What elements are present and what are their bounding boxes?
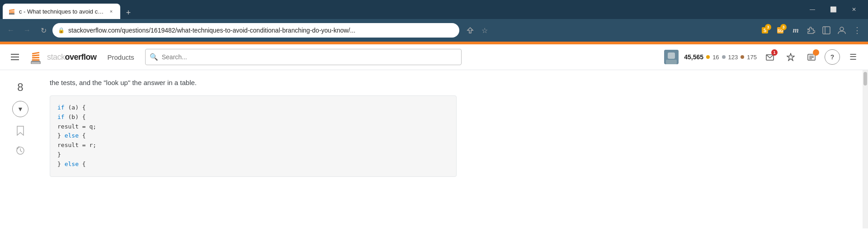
search-input[interactable] [145, 49, 462, 65]
bronze-dot [741, 55, 744, 59]
svg-rect-20 [32, 59, 39, 61]
help-button[interactable]: ? [825, 49, 840, 65]
profile-button[interactable] [835, 23, 849, 38]
svg-point-11 [840, 27, 844, 31]
maximize-button[interactable]: ⬜ [823, 2, 844, 17]
history-button[interactable] [14, 144, 27, 157]
active-tab[interactable]: c - What techniques to avoid co... × [3, 4, 120, 19]
svg-rect-1 [9, 10, 14, 12]
extension1-button[interactable]: S 3 [758, 23, 772, 38]
code-line-4: } else { [57, 131, 449, 141]
code-line-5: result = r; [57, 141, 449, 150]
new-tab-button[interactable]: + [122, 6, 135, 19]
address-bar: ← → ↻ 🔒 stackoverflow.com/questions/1619… [0, 19, 868, 42]
user-reputation[interactable]: 45,565 16 123 175 [684, 53, 757, 61]
close-window-button[interactable]: ✕ [844, 2, 864, 17]
silver-dot [722, 55, 726, 59]
search-icon: 🔍 [150, 53, 158, 61]
toolbar-icons: S 3 SO 3 m [758, 23, 864, 38]
gold-dot [706, 55, 710, 59]
extension2-button[interactable]: SO 3 [773, 23, 788, 38]
products-link[interactable]: Products [104, 52, 138, 63]
bookmark-button[interactable] [14, 124, 27, 137]
search-wrapper: 🔍 [145, 49, 462, 65]
tab-favicon [8, 8, 15, 15]
back-button[interactable]: ← [4, 23, 18, 38]
svg-rect-25 [666, 60, 677, 64]
code-line-7: } else { [57, 160, 449, 169]
svg-rect-17 [32, 52, 39, 55]
window-controls: — ⬜ ✕ [798, 0, 868, 19]
svg-rect-18 [32, 54, 39, 57]
vote-down-button[interactable]: ▼ [12, 101, 28, 117]
reload-button[interactable]: ↻ [36, 23, 51, 38]
so-logo-icon [30, 49, 43, 65]
so-header: stackoverflow Products 🔍 45,565 16 123 1… [0, 43, 868, 70]
user-area: 45,565 16 123 175 1 [664, 49, 861, 65]
silver-count: 123 [728, 54, 738, 61]
address-url: stackoverflow.com/questions/1619482/what… [68, 27, 355, 34]
scrollbar-thumb[interactable] [863, 72, 867, 86]
svg-rect-16 [32, 62, 40, 63]
code-line-3: result = q; [57, 122, 449, 132]
svg-rect-0 [9, 12, 14, 14]
svg-rect-24 [668, 52, 675, 59]
review-badge [813, 49, 819, 56]
address-input-wrapper[interactable]: 🔒 stackoverflow.com/questions/1619482/wh… [52, 23, 459, 38]
tab-close-button[interactable]: × [108, 8, 115, 15]
vote-count: 8 [17, 77, 23, 94]
extension1-badge: 3 [765, 24, 771, 30]
sidebar-icon [822, 26, 830, 34]
extension2-badge: 3 [780, 24, 787, 30]
browser-menu-button[interactable]: ⋮ [850, 23, 864, 38]
svg-rect-3 [9, 13, 14, 14]
code-block: if (a) { if (b) { result = q; } else { r… [50, 95, 457, 177]
content-area: the tests, and the "look up" the answer … [41, 70, 863, 228]
scrollbar[interactable] [863, 70, 868, 228]
achievements-button[interactable] [783, 49, 798, 65]
reputation-value: 45,565 [684, 53, 703, 61]
svg-rect-4 [9, 14, 14, 14]
svg-rect-19 [32, 57, 39, 59]
puzzle-icon [807, 26, 815, 34]
avatar[interactable] [664, 50, 679, 64]
code-line-1: if (a) { [57, 103, 449, 113]
inbox-button[interactable]: 1 [762, 49, 778, 65]
forward-button[interactable]: → [20, 23, 34, 38]
bronze-count: 175 [747, 54, 757, 61]
address-actions: ☆ [464, 24, 491, 37]
code-line-6: } [57, 150, 449, 160]
main-content: 8 ▼ the tests, and the "look up" the ans… [0, 70, 868, 228]
lock-icon: 🔒 [58, 27, 65, 33]
left-sidebar: 8 ▼ [0, 70, 41, 228]
share-icon [467, 27, 474, 34]
bookmark-icon [16, 126, 24, 136]
so-logo[interactable]: stackoverflow [30, 49, 97, 65]
share-button[interactable] [464, 24, 476, 37]
svg-marker-27 [787, 53, 794, 61]
so-logo-text: stackoverflow [47, 52, 97, 62]
achievements-icon [787, 53, 795, 61]
monospace-button[interactable]: m [788, 23, 803, 38]
code-line-2: if (b) { [57, 113, 449, 122]
sidebar-toggle-button[interactable] [819, 23, 834, 38]
svg-rect-2 [9, 9, 14, 11]
tab-bar: c - What techniques to avoid co... × + —… [0, 0, 868, 19]
svg-rect-9 [823, 27, 830, 34]
history-icon [16, 146, 25, 155]
answer-text: the tests, and the "look up" the answer … [50, 77, 854, 88]
tab-title: c - What techniques to avoid co... [19, 8, 104, 15]
review-button[interactable] [804, 49, 819, 65]
extensions-button[interactable] [804, 23, 818, 38]
browser-chrome: c - What techniques to avoid co... × + —… [0, 0, 868, 42]
hamburger-menu-button[interactable] [7, 50, 23, 64]
bookmark-star-button[interactable]: ☆ [478, 24, 491, 37]
inbox-badge: 1 [771, 49, 778, 56]
site-switcher-button[interactable]: ☰ [845, 49, 861, 65]
profile-icon [838, 26, 846, 34]
gold-count: 16 [712, 54, 719, 61]
minimize-button[interactable]: — [802, 2, 823, 17]
